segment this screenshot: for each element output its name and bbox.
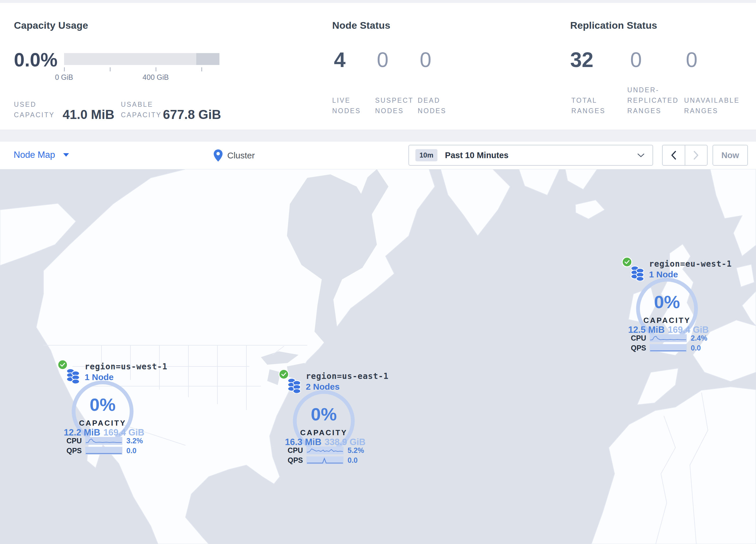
cpu-value: 2.4% [691,334,707,342]
cpu-metric-row: CPU 2.4% [629,334,707,342]
qps-value: 0.0 [348,456,358,465]
cpu-sparkline [85,437,122,445]
qps-metric-row: QPS 0.0 [286,456,358,465]
view-selector-dropdown[interactable]: Node Map [14,150,69,160]
cpu-metric-row: CPU 3.2% [65,437,143,445]
cpu-metric-row: CPU 5.2% [286,446,364,455]
cpu-sparkline [650,334,687,342]
qps-label: QPS [629,344,646,352]
axis-tick [156,67,156,71]
used-capacity-value: 41.0 MiB [63,107,115,122]
region-usable-capacity: 169.4 GiB [103,427,144,438]
world-map [0,169,756,544]
qps-label: QPS [65,447,82,455]
region-usable-capacity: 338.9 GiB [325,437,366,447]
region-usable-capacity: 169.4 GiB [668,325,709,335]
axis-tick [64,67,65,71]
cpu-sparkline [306,447,344,454]
time-range-dropdown[interactable]: 10m Past 10 Minutes [408,145,653,166]
time-pager [662,145,708,166]
region-used-capacity: 16.3 MiB [285,437,321,447]
qps-metric-row: QPS 0.0 [65,447,137,455]
cluster-summary-panel: Capacity Usage 0.0% 0 GiB 400 GiB USED C… [0,3,756,130]
now-button-label: Now [721,150,739,160]
cpu-value: 5.2% [348,446,364,455]
qps-value: 0.0 [126,447,137,455]
total-ranges-count: 32 [570,49,593,70]
breadcrumb-label: Cluster [227,150,255,160]
qps-sparkline [306,456,344,464]
next-interval-button[interactable] [685,145,707,165]
capacity-usage-bar [64,53,219,65]
dead-nodes-count: 0 [420,49,431,70]
axis-tick [110,67,110,71]
unavailable-count: 0 [686,49,697,70]
landmasses [0,169,756,544]
used-capacity-label: USED CAPACITY [14,99,55,120]
time-range-label: Past 10 Minutes [445,150,508,160]
under-replicated-count: 0 [630,49,642,70]
suspect-nodes-label: SUSPECT NODES [375,95,414,116]
map-toolbar: Node Map Cluster 10m Past 10 Minutes [0,141,756,169]
usable-capacity-label: USABLE CAPACITY [121,99,162,120]
region-capacity-percent: 0% [272,404,376,425]
cpu-value: 3.2% [126,437,143,445]
now-button[interactable]: Now [713,145,748,166]
suspect-nodes-count: 0 [377,49,388,70]
replication-status-title: Replication Status [570,20,657,31]
view-selector-label: Node Map [14,150,55,160]
capacity-usage-title: Capacity Usage [14,20,88,31]
qps-label: QPS [286,456,303,465]
under-replicated-label: UNDER- REPLICATED RANGES [627,85,679,116]
total-ranges-label: TOTAL RANGES [571,95,606,116]
live-nodes-count: 4 [334,49,346,70]
region-name: region=us-east-1 [306,371,389,381]
region-capacity-percent: 0% [50,394,155,415]
qps-value: 0.0 [691,344,701,352]
dead-nodes-label: DEAD NODES [418,95,446,116]
region-name: region=us-west-1 [85,362,168,371]
chevron-down-icon [63,153,69,157]
region-used-capacity: 12.5 MiB [628,325,665,335]
region-name: region=eu-west-1 [649,259,732,268]
region-marker-eu-west-1[interactable]: region=eu-west-1 1 Node 0% CAPACITY 12.5… [615,255,719,354]
axis-tick [201,67,202,71]
chevron-down-icon [637,153,645,158]
node-map[interactable] [0,169,756,544]
region-used-capacity: 12.2 MiB [64,427,100,438]
region-capacity-percent: 0% [615,292,719,312]
region-marker-us-west-1[interactable]: region=us-west-1 1 Node 0% CAPACITY 12.2… [50,358,155,456]
previous-interval-button[interactable] [663,145,685,165]
axis-tick-label: 0 GiB [44,73,84,81]
node-status-title: Node Status [332,20,390,31]
capacity-used-percent: 0.0% [14,49,57,71]
cpu-label: CPU [629,334,646,342]
capacity-label: CAPACITY [50,419,155,428]
live-nodes-label: LIVE NODES [332,95,361,116]
qps-sparkline [650,344,687,352]
time-range-badge: 10m [415,149,437,161]
cpu-label: CPU [65,437,82,445]
qps-sparkline [85,447,122,455]
qps-metric-row: QPS 0.0 [629,344,701,352]
axis-tick-label: 400 GiB [135,73,176,81]
cluster-overview-page: Capacity Usage 0.0% 0 GiB 400 GiB USED C… [0,0,756,544]
capacity-label: CAPACITY [272,428,376,437]
usable-capacity-value: 677.8 GiB [163,107,221,122]
region-marker-us-east-1[interactable]: region=us-east-1 2 Nodes 0% CAPACITY 16.… [272,367,376,466]
capacity-label: CAPACITY [615,316,719,325]
map-pin-icon [214,149,223,162]
cpu-label: CPU [286,446,303,455]
chevron-right-icon [693,150,699,160]
breadcrumb[interactable]: Cluster [214,141,255,169]
unavailable-label: UNAVAILABLE RANGES [684,95,740,116]
chevron-left-icon [670,150,677,160]
